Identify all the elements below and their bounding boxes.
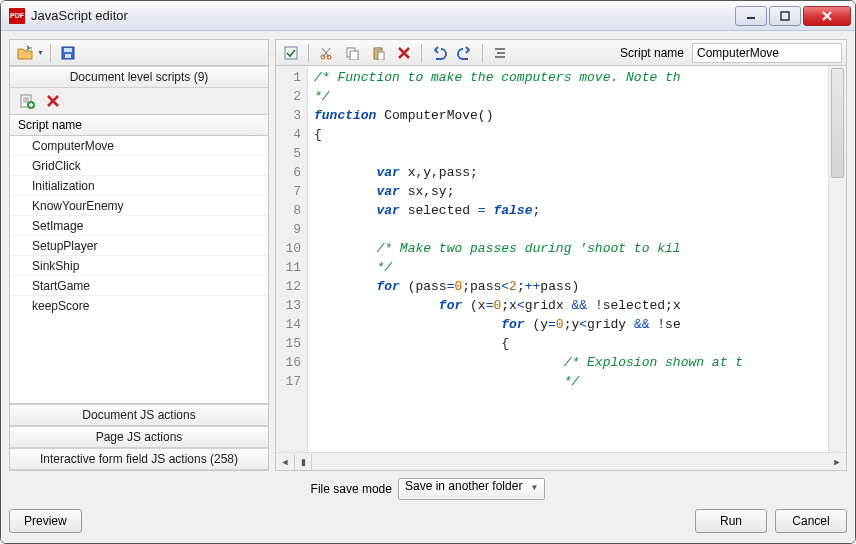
preview-button[interactable]: Preview (9, 509, 82, 533)
cut-button[interactable] (315, 42, 337, 64)
separator (421, 44, 422, 62)
format-button[interactable] (489, 42, 511, 64)
undo-button[interactable] (428, 42, 450, 64)
scrollbar-thumb[interactable] (831, 68, 844, 178)
redo-button[interactable] (454, 42, 476, 64)
script-item[interactable]: keepScore (10, 296, 268, 316)
svg-rect-20 (378, 52, 384, 60)
scroll-marker[interactable]: ▮ (294, 454, 312, 470)
client-area: ▼ Document level scripts (9) Script na (1, 31, 855, 543)
run-button[interactable]: Run (695, 509, 767, 533)
script-item[interactable]: SinkShip (10, 256, 268, 276)
script-item[interactable]: KnowYourEnemy (10, 196, 268, 216)
code-area[interactable]: /* Function to make the computers move. … (308, 66, 828, 452)
svg-rect-19 (376, 47, 380, 50)
doc-js-actions[interactable]: Document JS actions (10, 404, 268, 426)
copy-button[interactable] (341, 42, 363, 64)
svg-line-15 (322, 48, 329, 57)
script-item[interactable]: GridClick (10, 156, 268, 176)
svg-line-14 (323, 48, 330, 57)
left-toolbar: ▼ (10, 40, 268, 66)
editor-toolbar: Script name (276, 40, 846, 66)
paste-button[interactable] (367, 42, 389, 64)
separator (50, 44, 51, 62)
save-button[interactable] (57, 42, 79, 64)
script-list-header[interactable]: Script name (10, 114, 268, 136)
pdf-icon: PDF (9, 8, 25, 24)
left-panel: ▼ Document level scripts (9) Script na (9, 39, 269, 471)
script-item[interactable]: SetupPlayer (10, 236, 268, 256)
script-name-label: Script name (620, 46, 684, 60)
close-button[interactable] (803, 6, 851, 26)
save-row: File save mode Save in another folder (9, 477, 847, 501)
svg-rect-17 (350, 51, 358, 60)
line-gutter: 1234567891011121314151617 (276, 66, 308, 452)
script-item[interactable]: SetImage (10, 216, 268, 236)
validate-button[interactable] (280, 42, 302, 64)
maximize-button[interactable] (769, 6, 801, 26)
window: PDF JavaScript editor ▼ (0, 0, 856, 544)
separator (482, 44, 483, 62)
delete-button[interactable] (393, 42, 415, 64)
main-row: ▼ Document level scripts (9) Script na (9, 39, 847, 471)
svg-rect-1 (781, 12, 789, 20)
scroll-left-button[interactable]: ◄ (276, 454, 294, 470)
file-save-mode-label: File save mode (311, 482, 392, 496)
app-icon: PDF (9, 8, 25, 24)
window-controls (735, 6, 851, 26)
script-item[interactable]: StartGame (10, 276, 268, 296)
titlebar: PDF JavaScript editor (1, 1, 855, 31)
svg-rect-6 (65, 54, 71, 58)
script-name-input[interactable] (692, 43, 842, 63)
cancel-button[interactable]: Cancel (775, 509, 847, 533)
horizontal-scrollbar[interactable]: ◄ ▮ ► (276, 452, 846, 470)
file-save-mode-select[interactable]: Save in another folder (398, 478, 545, 500)
svg-rect-5 (64, 48, 72, 52)
script-item[interactable]: ComputerMove (10, 136, 268, 156)
separator (308, 44, 309, 62)
right-panel: Script name 1234567891011121314151617 /*… (275, 39, 847, 471)
scroll-track[interactable] (312, 454, 828, 470)
minimize-button[interactable] (735, 6, 767, 26)
add-script-button[interactable] (16, 90, 38, 112)
delete-script-button[interactable] (42, 90, 64, 112)
svg-rect-11 (285, 47, 297, 59)
editor[interactable]: 1234567891011121314151617 /* Function to… (276, 66, 846, 452)
open-dropdown-icon[interactable]: ▼ (37, 49, 44, 56)
form-js-actions[interactable]: Interactive form field JS actions (258) (10, 448, 268, 470)
page-js-actions[interactable]: Page JS actions (10, 426, 268, 448)
button-row: Preview Run Cancel (9, 507, 847, 535)
window-title: JavaScript editor (31, 8, 735, 23)
vertical-scrollbar[interactable] (828, 66, 846, 452)
doc-scripts-header[interactable]: Document level scripts (9) (10, 66, 268, 88)
open-file-button[interactable] (14, 42, 36, 64)
scroll-right-button[interactable]: ► (828, 454, 846, 470)
script-item[interactable]: Initialization (10, 176, 268, 196)
script-list[interactable]: ComputerMoveGridClickInitializationKnowY… (10, 136, 268, 404)
script-toolbar (10, 88, 268, 114)
